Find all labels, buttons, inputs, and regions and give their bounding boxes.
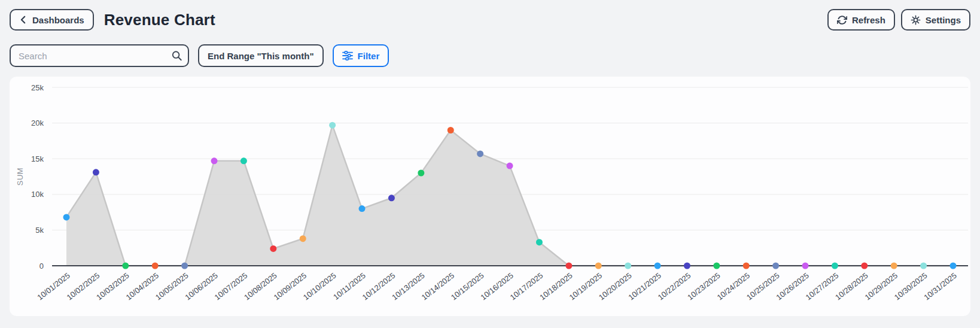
x-tick-label: 10/31/2025 — [922, 271, 958, 302]
chevron-left-icon — [19, 16, 28, 24]
y-tick-label: 5k — [35, 226, 44, 235]
data-point[interactable] — [300, 235, 306, 242]
y-tick-label: 20k — [31, 119, 44, 127]
data-point[interactable] — [329, 122, 336, 129]
data-point[interactable] — [655, 263, 661, 269]
data-point[interactable] — [211, 157, 218, 164]
y-tick-label: 10k — [31, 190, 44, 199]
settings-button-label: Settings — [926, 15, 961, 25]
toolbar: End Range "This month" Filter — [10, 44, 970, 67]
data-point[interactable] — [507, 163, 513, 169]
y-axis-title: SUM — [16, 168, 25, 186]
data-point[interactable] — [713, 263, 720, 269]
filter-button-label: Filter — [358, 51, 380, 61]
refresh-icon — [837, 15, 847, 25]
refresh-button[interactable]: Refresh — [827, 9, 895, 31]
data-point[interactable] — [891, 263, 897, 269]
filter-button[interactable]: Filter — [333, 44, 389, 67]
data-point[interactable] — [63, 214, 70, 220]
data-point[interactable] — [270, 245, 276, 252]
end-range-button[interactable]: End Range "This month" — [198, 44, 324, 67]
data-point[interactable] — [832, 263, 838, 269]
data-point[interactable] — [241, 157, 247, 164]
data-point[interactable] — [772, 263, 779, 269]
data-point[interactable] — [950, 263, 957, 269]
data-point[interactable] — [93, 169, 99, 175]
data-point[interactable] — [920, 263, 927, 269]
data-point[interactable] — [152, 263, 159, 269]
x-tick-label: 10/10/2025 — [302, 271, 338, 302]
search-input[interactable] — [10, 44, 189, 67]
back-button[interactable]: Dashboards — [10, 9, 94, 31]
data-point[interactable] — [595, 263, 602, 269]
data-point[interactable] — [743, 263, 750, 269]
data-point[interactable] — [565, 263, 572, 269]
area-fill — [66, 125, 953, 266]
data-point[interactable] — [418, 170, 424, 177]
search-box — [10, 44, 189, 67]
data-point[interactable] — [536, 239, 543, 245]
refresh-button-label: Refresh — [852, 15, 885, 25]
data-point[interactable] — [181, 263, 188, 269]
data-point[interactable] — [861, 263, 868, 269]
chart-card: 05k10k15k20k25k10/01/202510/02/202510/03… — [10, 77, 970, 316]
data-point[interactable] — [684, 263, 690, 269]
revenue-chart-svg: 05k10k15k20k25k10/01/202510/02/202510/03… — [10, 77, 970, 316]
data-point[interactable] — [625, 263, 631, 269]
page-title: Revenue Chart — [104, 11, 215, 29]
data-point[interactable] — [388, 195, 395, 201]
data-point[interactable] — [477, 150, 483, 157]
y-tick-label: 15k — [31, 154, 44, 163]
settings-button[interactable]: Settings — [901, 9, 970, 31]
data-point[interactable] — [448, 127, 454, 133]
filter-sliders-icon — [342, 51, 353, 60]
y-tick-label: 0 — [39, 262, 44, 271]
data-point[interactable] — [359, 205, 366, 212]
gear-icon — [911, 15, 921, 25]
y-tick-label: 25k — [31, 83, 44, 92]
data-point[interactable] — [122, 263, 129, 269]
data-point[interactable] — [802, 263, 809, 269]
back-button-label: Dashboards — [32, 15, 84, 25]
header: Dashboards Revenue Chart Refresh Setting… — [10, 9, 970, 31]
search-icon — [171, 50, 182, 62]
end-range-label: End Range "This month" — [208, 51, 314, 61]
